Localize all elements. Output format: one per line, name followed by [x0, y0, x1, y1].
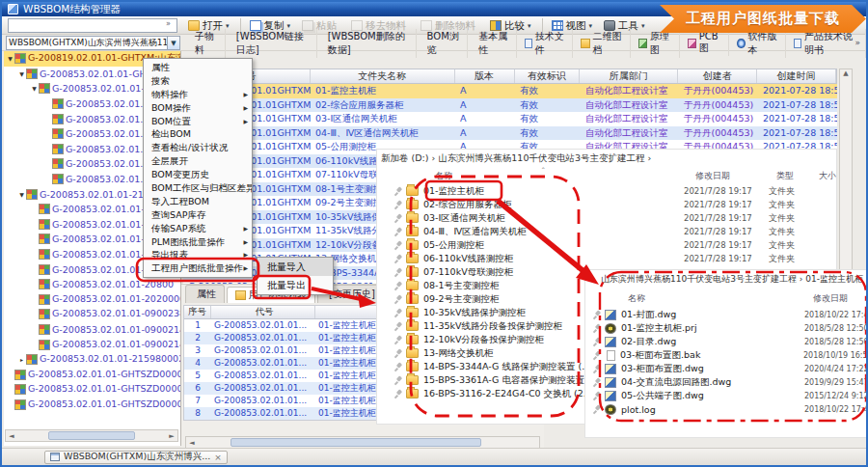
table-vscrollbar[interactable]: ▲ [839, 69, 853, 300]
table-row[interactable]: G-200853.02.01.01GHTXM 01-监控主机柜 A 有效 自动化… [183, 84, 837, 98]
context-menu-item[interactable]: BOM操作 ▶ [144, 101, 252, 115]
context-menu-item[interactable]: BOM工作区与归档区差异 [144, 181, 252, 195]
pin-icon[interactable] [393, 254, 406, 263]
detail-tab[interactable]: 技术文件 [518, 29, 573, 58]
scroll-right-icon[interactable]: ► [166, 432, 177, 440]
pin-icon[interactable] [393, 362, 406, 371]
scroll-left-icon[interactable]: ◄ [186, 439, 198, 447]
column-header[interactable]: 大小 [819, 170, 836, 182]
expander-icon[interactable]: ▸ [17, 356, 26, 363]
folder-row[interactable]: 03-Ⅰ区通信网关机柜 2021/7/28 19:17 文件夹 [393, 211, 834, 225]
detail-tab[interactable]: [WBSBOM链接日志] [227, 29, 317, 58]
tree-node[interactable]: ▸ G-200853.02.01.01-215980002:PS006-保护P [4, 352, 180, 368]
pin-icon[interactable] [393, 213, 406, 223]
expander-icon[interactable]: ▼ [17, 191, 26, 198]
collapse-chevron-icon[interactable]: ˆ [541, 167, 546, 177]
tree-node[interactable]: G-200853.02.01.01-20800 [4, 277, 180, 292]
scroll-up-icon[interactable]: ▲ [843, 69, 848, 77]
bottom-tab[interactable]: 属性 [185, 285, 225, 303]
status-tab[interactable]: WBSBOM(GHTXM)山东滨州博兴... × [44, 451, 228, 464]
column-header[interactable]: 代号 [211, 306, 315, 318]
bom-selector[interactable]: WBSBOM(GHTXM)山东滨州博兴蕉杨110千伏 ▼ [6, 36, 180, 50]
pin-icon[interactable] [393, 227, 406, 236]
detail-tab[interactable]: BOM浏览 [418, 29, 469, 58]
pin-icon[interactable] [393, 267, 406, 277]
scrollbar-thumb[interactable] [48, 431, 135, 440]
context-menu-item[interactable]: 导出报表 ▶ [144, 248, 252, 261]
context-menu-item[interactable]: 查看检出/设计状况 [144, 141, 252, 154]
tree-node[interactable]: G-200853.02.01.01-GHTSZD0000052:图纸已确认 [4, 367, 180, 382]
file-row[interactable]: 04-交直流电源回路图.dwg 2019/9/29 15:47 [591, 375, 865, 389]
table-row[interactable]: G-200853.02.01.01GHTXM 03-Ⅰ区通信网关机柜 A 有效 … [183, 112, 837, 126]
scrollbar-thumb[interactable] [231, 438, 481, 447]
folder-row[interactable]: 05-公用测控柜 2021/7/28 19:17 文件夹 [393, 238, 834, 252]
file-row[interactable]: 03-柜面布置图.bak 2018/10/19 16:52 [591, 348, 865, 362]
pin-icon[interactable] [393, 294, 406, 304]
pin-icon[interactable] [393, 375, 406, 385]
collapse-chevron-icon[interactable]: ˆ [714, 280, 719, 289]
detail-tab[interactable]: 子物料 [185, 29, 226, 58]
column-header[interactable]: 创建者 [678, 69, 757, 83]
expander-icon[interactable]: ▼ [17, 70, 26, 77]
column-header[interactable]: 类型 [776, 170, 794, 182]
tree-node[interactable]: G-200853.02.01.01-GHTSZD0000054:二次开发 [4, 398, 180, 413]
submenu-item[interactable]: 批量导出 [258, 276, 333, 294]
pin-icon[interactable] [591, 323, 605, 333]
pin-icon[interactable] [393, 335, 406, 344]
file-row[interactable]: 05-公共端子图.dwg 2015/12/24 9:12 [591, 389, 865, 402]
chevron-more-icon[interactable]: » [854, 38, 860, 47]
file-row[interactable]: 01-监控主机柜.prj 2018/5/28 12:50 [591, 321, 865, 335]
filter-input[interactable] [8, 18, 177, 33]
tree-node[interactable]: G-200853.02.01.01-090021454:RJ45-8:屏 [4, 337, 180, 352]
context-menu-item[interactable]: 工程用户图纸批量操作 ▶ [144, 261, 252, 275]
context-menu-item[interactable]: 搜索 [144, 74, 252, 88]
column-header[interactable]: 版本 [455, 69, 515, 83]
column-header[interactable]: 文件夹名称 [311, 69, 455, 83]
column-header[interactable]: 所属部门 [580, 69, 678, 83]
file-row[interactable]: 01-封面.dwg 2018/10/22 17:46 [591, 308, 865, 321]
detail-tab[interactable]: 软件版本 [730, 29, 786, 58]
context-menu-item[interactable]: 属性 [144, 61, 252, 74]
dropdown-arrow-icon[interactable]: ▼ [167, 37, 179, 49]
column-header[interactable]: 序号 [184, 306, 211, 318]
close-icon[interactable]: × [214, 453, 222, 462]
context-menu-item[interactable]: 传输SAP系统 ▶ [144, 222, 252, 235]
pin-icon[interactable] [393, 240, 406, 250]
file-row[interactable]: plot.log 2018/10/22 17:47 [591, 402, 865, 416]
expander-icon[interactable]: ▼ [6, 55, 14, 62]
pin-icon[interactable] [393, 200, 406, 209]
pin-icon[interactable] [591, 391, 605, 400]
column-header[interactable]: 名称 [628, 292, 645, 305]
pin-icon[interactable] [393, 348, 406, 358]
pin-icon[interactable] [393, 321, 406, 331]
context-menu-item[interactable]: 导入工程BOM [144, 195, 252, 208]
file-row[interactable]: 02-目录.dwg 2018/5/28 12:50 [591, 335, 865, 348]
detail-tab[interactable]: PCB图 [681, 30, 729, 56]
folder-row[interactable]: 06-110kV线路测控柜 2021/7/28 19:17 文件夹 [393, 252, 834, 265]
context-menu-item[interactable]: 物料操作 ▶ [144, 88, 252, 101]
pin-icon[interactable] [591, 377, 605, 387]
detail-tab[interactable]: 二维图档 [574, 29, 631, 58]
column-header[interactable]: 名称 [435, 170, 452, 182]
pin-icon[interactable] [591, 364, 605, 373]
context-menu-item[interactable]: PLM图纸批量操作 ▶ [144, 235, 252, 249]
context-menu-item[interactable]: 查询SAP库存 [144, 208, 252, 222]
column-header[interactable]: 有效标识 [515, 69, 581, 83]
scroll-left-icon[interactable]: ◄ [6, 432, 17, 440]
pin-icon[interactable] [393, 186, 406, 196]
column-header[interactable]: 修改日期 [695, 170, 730, 182]
submenu-item[interactable]: 批量导入 [258, 258, 333, 276]
folder-row[interactable]: 01-监控主机柜 2021/7/28 19:17 文件夹 [393, 184, 834, 198]
detail-tab[interactable]: [WBSBOM删除的数据] [318, 29, 417, 58]
column-header[interactable]: 创建时间 [757, 69, 836, 83]
breadcrumb[interactable]: 山东滨州博兴蕉杨110千伏变电站3号主变扩建工程 › 01-监控主机柜 [601, 273, 865, 286]
folder-row[interactable]: 02-综合应用服务器柜 2021/7/28 19:17 文件夹 [393, 198, 834, 211]
chevron-more-icon[interactable]: » [166, 19, 171, 28]
detail-tab[interactable]: 原理图 [632, 29, 680, 58]
tree-node[interactable]: G-200853.02.01.01-090023803:双绞线类 [4, 307, 180, 322]
context-menu-item[interactable]: BOM位置 ▶ [144, 115, 252, 128]
pin-icon[interactable] [591, 404, 605, 414]
pin-icon[interactable] [393, 281, 406, 290]
context-menu-item[interactable]: 全层展开 [144, 154, 252, 168]
tree-hscrollbar[interactable]: ◄ ► [5, 429, 178, 442]
